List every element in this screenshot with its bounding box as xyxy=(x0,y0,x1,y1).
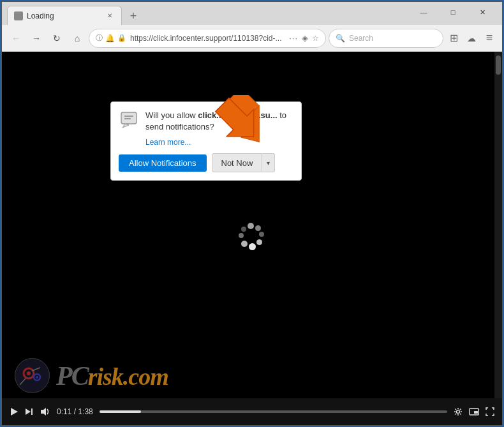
scrollbar-thumb[interactable] xyxy=(496,56,501,75)
pip-button[interactable] xyxy=(469,408,479,416)
tab-favicon xyxy=(14,11,23,20)
navigation-bar: ← → ↻ ⌂ ⓘ 🔔 🔒 https://click.infocenter.s… xyxy=(2,25,502,52)
svg-point-18 xyxy=(457,410,460,414)
forward-button[interactable]: → xyxy=(27,29,45,47)
svg-point-11 xyxy=(36,376,38,378)
svg-marker-3 xyxy=(122,124,129,128)
pcrisk-logo-icon xyxy=(15,358,50,393)
notification-popup: Will you allow click.infocenter.su... to… xyxy=(110,101,302,181)
menu-icon[interactable]: ≡ xyxy=(482,31,497,46)
not-now-button[interactable]: Not Now xyxy=(212,153,263,172)
home-button[interactable]: ⌂ xyxy=(68,29,86,47)
active-tab[interactable]: Loading ✕ xyxy=(7,6,122,25)
pcrisk-text: PC risk.com xyxy=(56,361,168,391)
notification-chat-icon xyxy=(119,110,139,130)
fullscreen-button[interactable] xyxy=(485,407,494,416)
scrollbar[interactable] xyxy=(494,52,502,425)
svg-marker-15 xyxy=(26,408,31,415)
refresh-button[interactable]: ↻ xyxy=(48,29,66,47)
minimize-button[interactable]: — xyxy=(409,3,438,21)
allow-notifications-button[interactable]: Allow Notifications xyxy=(119,154,207,172)
notification-buttons: Allow Notifications Not Now ▾ xyxy=(119,153,293,172)
tab-bar: Loading ✕ + — □ ✕ xyxy=(2,2,502,25)
svg-marker-14 xyxy=(11,408,18,416)
svg-rect-0 xyxy=(121,112,137,124)
notification-bell-icon: 🔔 xyxy=(105,34,115,43)
pocket-icon[interactable]: ◈ xyxy=(302,33,308,43)
loading-spinner xyxy=(236,223,268,255)
notification-header: Will you allow click.infocenter.su... to… xyxy=(119,110,293,133)
search-bar[interactable]: 🔍 Search xyxy=(329,29,443,48)
toolbar-icons: ⊞ ☁ ≡ xyxy=(446,31,497,46)
svg-rect-20 xyxy=(474,411,478,414)
video-progress-fill xyxy=(100,410,141,413)
window-controls: — □ ✕ xyxy=(409,3,497,24)
new-tab-button[interactable]: + xyxy=(124,7,142,25)
maximize-button[interactable]: □ xyxy=(438,3,468,21)
bookmark-star-icon[interactable]: ☆ xyxy=(312,34,319,43)
pcrisk-watermark: PC risk.com xyxy=(15,358,168,393)
play-button[interactable] xyxy=(10,407,19,416)
video-controls-right xyxy=(454,407,494,416)
url-text: https://click.infocenter.support/110138?… xyxy=(130,34,285,43)
learn-more-link[interactable]: Learn more... xyxy=(145,138,293,147)
more-button[interactable]: ··· xyxy=(289,33,298,43)
volume-button[interactable] xyxy=(40,407,50,416)
settings-button[interactable] xyxy=(454,407,463,416)
svg-marker-17 xyxy=(41,408,46,416)
info-icon: ⓘ xyxy=(96,33,103,43)
library-icon[interactable]: ⊞ xyxy=(446,31,461,46)
lock-icon: 🔒 xyxy=(117,34,126,42)
sync-icon[interactable]: ☁ xyxy=(464,31,479,46)
tab-close-button[interactable]: ✕ xyxy=(105,11,115,21)
search-icon: 🔍 xyxy=(336,34,345,43)
svg-rect-16 xyxy=(31,408,33,415)
notification-text: Will you allow click.infocenter.su... to… xyxy=(145,110,293,133)
video-controls: 0:11 / 1:38 xyxy=(2,398,502,425)
back-button[interactable]: ← xyxy=(7,29,25,47)
search-placeholder: Search xyxy=(349,34,373,43)
video-time: 0:11 / 1:38 xyxy=(57,407,93,416)
browser-window: Loading ✕ + — □ ✕ ← → ↻ ⌂ ⓘ 🔔 🔒 https://… xyxy=(1,1,503,426)
close-window-button[interactable]: ✕ xyxy=(468,3,497,21)
tab-title: Loading xyxy=(27,11,101,20)
svg-point-9 xyxy=(27,371,31,375)
browser-content: Will you allow click.infocenter.su... to… xyxy=(2,52,502,425)
address-bar[interactable]: ⓘ 🔔 🔒 https://click.infocenter.support/1… xyxy=(89,29,326,48)
video-progress-bar[interactable] xyxy=(100,410,447,413)
next-button[interactable] xyxy=(25,407,34,416)
address-bar-icons: ⓘ 🔔 🔒 xyxy=(96,33,126,43)
notification-dropdown-button[interactable]: ▾ xyxy=(262,153,275,172)
